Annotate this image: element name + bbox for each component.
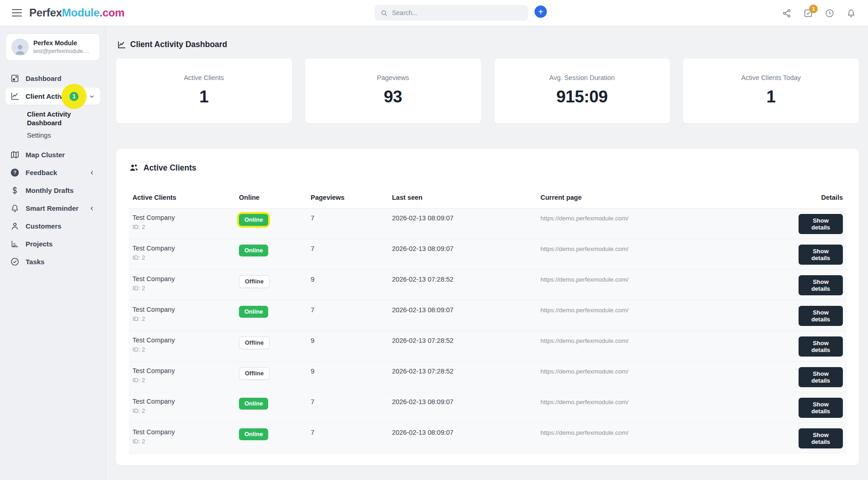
sidebar-item-label: Tasks xyxy=(26,258,95,266)
sidebar-item-smart-reminder[interactable]: Smart Reminder xyxy=(5,200,100,217)
client-id: ID: 2 xyxy=(132,377,232,384)
client-name: Test Company xyxy=(132,275,232,283)
logo-part-3: .com xyxy=(100,6,125,19)
col-online: Online xyxy=(235,194,307,208)
pageviews-value: 7 xyxy=(311,214,314,222)
users-icon xyxy=(129,163,139,173)
show-details-button[interactable]: Show details xyxy=(799,275,843,295)
sidebar-item-projects[interactable]: Projects xyxy=(5,235,100,252)
sidebar-item-map-cluster[interactable]: Map Cluster xyxy=(5,146,100,163)
current-page-url: https://demo.perfexmodule.com/ xyxy=(540,245,629,252)
stat-label: Pageviews xyxy=(305,74,481,81)
show-details-button[interactable]: Show details xyxy=(799,367,843,387)
sidebar-subitem-client-activity-dashboard[interactable]: Client Activity Dashboard xyxy=(27,108,100,129)
show-details-button[interactable]: Show details xyxy=(799,306,843,326)
sidebar-item-dashboard[interactable]: Dashboard xyxy=(5,70,100,87)
last-seen-value: 2026-02-13 08:09:07 xyxy=(392,214,454,222)
sidebar-item-label: Projects xyxy=(26,240,95,248)
client-name: Test Company xyxy=(132,428,232,436)
client-id: ID: 2 xyxy=(132,224,232,230)
dollar-icon xyxy=(10,186,20,195)
status-badge: Offline xyxy=(239,336,270,349)
status-badge: Online xyxy=(239,306,268,318)
stat-card-avg-session-duration: Avg. Session Duration915:09 xyxy=(494,59,670,123)
col-pageviews: Pageviews xyxy=(307,194,388,208)
page-title: Client Activity Dashboard xyxy=(106,26,868,49)
section-title: Active Clients xyxy=(129,163,846,173)
user-email: test@perfexmodule.... xyxy=(33,48,89,55)
stat-card-active-clients-today: Active Clients Today1 xyxy=(683,59,859,123)
status-badge: Online xyxy=(239,428,268,440)
sidebar-item-label: Feedback xyxy=(26,169,82,176)
sidebar-item-client-activity[interactable]: Client Activity1 xyxy=(5,88,100,105)
user-icon xyxy=(10,221,20,231)
bell-icon[interactable] xyxy=(846,8,856,18)
sidebar-item-label: Smart Reminder xyxy=(26,204,82,212)
user-profile-card[interactable]: Perfex Module test@perfexmodule.... xyxy=(5,33,100,61)
chevron-down-icon xyxy=(88,93,95,100)
plus-button[interactable]: + xyxy=(535,5,547,18)
sidebar-item-customers[interactable]: Customers xyxy=(5,218,100,235)
client-name: Test Company xyxy=(132,336,232,344)
show-details-button[interactable]: Show details xyxy=(799,336,843,357)
current-page-url: https://demo.perfexmodule.com/ xyxy=(540,399,629,405)
sidebar-subitem-settings[interactable]: Settings xyxy=(27,129,100,142)
plus-icon: + xyxy=(538,7,544,16)
table-row: Test CompanyID: 2Online72026-02-13 08:09… xyxy=(129,423,847,453)
search-input[interactable] xyxy=(392,9,523,16)
pageviews-value: 9 xyxy=(311,336,314,344)
show-details-button[interactable]: Show details xyxy=(799,428,843,448)
last-seen-value: 2026-02-13 08:09:07 xyxy=(392,306,454,314)
show-details-button[interactable]: Show details xyxy=(799,398,843,418)
app-logo[interactable]: PerfexModule.com xyxy=(29,6,125,19)
chart-line-icon xyxy=(117,40,126,49)
dashboard-icon xyxy=(10,74,20,83)
svg-text:?: ? xyxy=(13,170,16,176)
logo-part-1: Perfex xyxy=(29,6,62,19)
client-id: ID: 2 xyxy=(132,315,232,322)
sidebar-item-feedback[interactable]: ?Feedback xyxy=(5,164,100,181)
sidebar-item-label: Client Activity xyxy=(26,92,64,100)
sidebar-submenu: Client Activity DashboardSettings xyxy=(5,106,100,146)
help-circle-icon: ? xyxy=(10,168,20,177)
sidebar-item-tasks[interactable]: Tasks xyxy=(5,253,100,270)
stat-label: Avg. Session Duration xyxy=(494,74,670,81)
stat-card-active-clients: Active Clients1 xyxy=(116,59,292,123)
current-page-url: https://demo.perfexmodule.com/ xyxy=(540,337,629,344)
sidebar-menu: DashboardClient Activity1Client Activity… xyxy=(5,70,100,270)
sidebar-item-monthly-drafts[interactable]: Monthly Drafts xyxy=(5,182,100,199)
map-icon xyxy=(10,150,20,160)
share-icon[interactable] xyxy=(782,8,792,18)
search-icon xyxy=(380,9,388,17)
client-name: Test Company xyxy=(132,245,232,252)
topbar-icons: 1 xyxy=(782,0,856,26)
status-badge: Online xyxy=(239,214,268,226)
clock-icon[interactable] xyxy=(825,8,835,18)
client-id: ID: 2 xyxy=(132,346,232,353)
col-active-clients: Active Clients xyxy=(129,194,235,208)
section-title-text: Active Clients xyxy=(143,163,196,173)
active-clients-table: Active Clients Online Pageviews Last see… xyxy=(129,194,847,453)
chart-bar-icon xyxy=(10,239,20,249)
client-id: ID: 2 xyxy=(132,254,232,261)
table-row: Test CompanyID: 2Offline92026-02-13 07:2… xyxy=(129,270,847,300)
table-row: Test CompanyID: 2Online72026-02-13 08:09… xyxy=(129,300,847,331)
pageviews-value: 7 xyxy=(311,428,314,436)
status-badge: Offline xyxy=(239,367,270,380)
tasks-check-square-icon[interactable]: 1 xyxy=(803,8,813,18)
client-name: Test Company xyxy=(132,306,232,313)
col-last-seen: Last seen xyxy=(388,194,537,208)
show-details-button[interactable]: Show details xyxy=(799,214,843,234)
pageviews-value: 7 xyxy=(311,245,314,252)
status-badge: Online xyxy=(239,398,268,410)
status-badge: Online xyxy=(239,245,268,256)
hamburger-icon[interactable] xyxy=(12,9,22,16)
col-current-page: Current page xyxy=(537,194,795,208)
show-details-button[interactable]: Show details xyxy=(799,245,843,265)
last-seen-value: 2026-02-13 07:28:52 xyxy=(392,368,454,375)
stat-value: 1 xyxy=(116,87,292,107)
stat-value: 93 xyxy=(305,87,481,107)
search-box[interactable] xyxy=(375,5,528,21)
active-clients-card: Active Clients Active Clients Online Pag… xyxy=(116,149,859,465)
sidebar-item-label: Map Cluster xyxy=(26,151,95,159)
